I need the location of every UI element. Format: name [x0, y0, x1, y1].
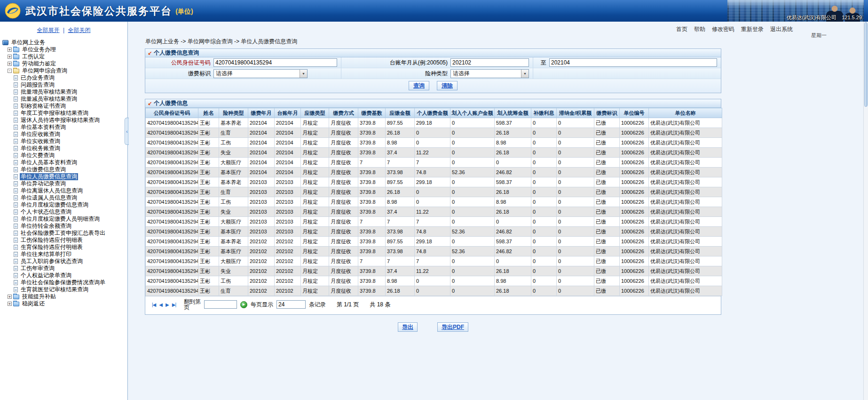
tree-row: 单位缴费信息查询: [0, 166, 127, 173]
table-row[interactable]: 420704198004135294王彬失业202103202103月核定月度征…: [146, 207, 722, 217]
sidebar-item[interactable]: 单位欠费查询: [20, 152, 55, 159]
sidebar-item[interactable]: 稳岗返还: [21, 300, 46, 307]
sidebar-item[interactable]: 社会保险缴费工资申报汇总表导出: [20, 230, 106, 237]
table-row[interactable]: 420704198004135294王彬大额医疗202103202103月核定月…: [146, 217, 722, 227]
page-scrollbar[interactable]: [863, 22, 868, 400]
sidebar-item[interactable]: 个人卡状态信息查询: [20, 208, 72, 216]
sidebar-item[interactable]: 单位月度核定缴费信息查询: [20, 201, 89, 208]
period-to-input[interactable]: [549, 58, 717, 67]
sidebar-item[interactable]: 生育就医登记审核结果查询: [20, 286, 89, 293]
sidebar-item[interactable]: 单位月度核定缴费人员明细查询: [20, 216, 101, 223]
sidebar-item[interactable]: 员工入职前参保状态查询: [20, 258, 84, 265]
sidebar-item[interactable]: 单位异动记录查询: [20, 180, 67, 187]
sidebar-item[interactable]: 问题报告查询: [20, 81, 55, 88]
expand-all-link[interactable]: 全部展开: [37, 27, 60, 33]
per-page-input[interactable]: [276, 300, 306, 309]
table-cell: 王彬: [198, 266, 219, 276]
table-row[interactable]: 420704198004135294王彬生育202104202104月核定月度征…: [146, 128, 722, 138]
query-button[interactable]: 查询: [409, 81, 429, 90]
table-row[interactable]: 420704198004135294王彬基本医疗202104202104月核定月…: [146, 168, 722, 177]
table-cell: 10006226: [620, 286, 649, 296]
collapse-node-icon[interactable]: -: [8, 69, 12, 73]
table-row[interactable]: 420704198004135294王彬基本医疗202103202103月核定月…: [146, 227, 722, 237]
table-row[interactable]: 420704198004135294王彬工伤202103202103月核定月度征…: [146, 197, 722, 207]
table-row[interactable]: 420704198004135294王彬工伤202102202102月核定月度征…: [146, 276, 722, 286]
table-row[interactable]: 420704198004135294王彬失业202102202102月核定月度征…: [146, 266, 722, 276]
sidebar-item[interactable]: 退休人员待遇申报审核结果查询: [20, 117, 101, 124]
export-button[interactable]: 导出: [398, 322, 418, 332]
next-page-button[interactable]: ▶: [166, 302, 169, 307]
table-row[interactable]: 420704198004135294王彬生育202102202102月核定月度征…: [146, 286, 722, 296]
sidebar-item[interactable]: 年度工资申报审核结果查询: [20, 110, 89, 117]
top-nav-link[interactable]: 修改密码: [712, 26, 734, 32]
last-page-button[interactable]: ▶|: [172, 302, 176, 307]
tree-row: 单位实收账查询: [0, 138, 127, 145]
sidebar-item[interactable]: 个人权益记录单查询: [20, 272, 72, 279]
sidebar-collapse-handle[interactable]: ‹: [125, 118, 129, 145]
period-from-input[interactable]: [450, 58, 529, 67]
sidebar: 全部展开 | 全部关闭 单位网上业务+单位业务办理+工伤认定+劳动能力鉴定-单位…: [0, 22, 128, 400]
top-nav-link[interactable]: 帮助: [694, 26, 705, 32]
expand-node-icon[interactable]: +: [8, 295, 12, 299]
sidebar-item[interactable]: 单位缴费信息查询: [20, 166, 67, 173]
expand-node-icon[interactable]: +: [8, 62, 12, 66]
table-cell: 0: [557, 217, 594, 227]
sidebar-item[interactable]: 生育保险待遇应付明细表: [20, 244, 84, 251]
table-row[interactable]: 420704198004135294王彬失业202104202104月核定月度征…: [146, 148, 722, 158]
sidebar-item[interactable]: 工伤保险待遇应付明细表: [20, 237, 84, 244]
sidebar-item[interactable]: 单位基本资料查询: [20, 124, 67, 131]
table-cell: 3739.8: [358, 207, 386, 217]
pay-flag-select[interactable]: 请选择 ▼: [213, 69, 308, 78]
sidebar-item[interactable]: 单位往来结算单打印: [20, 251, 72, 258]
sidebar-item[interactable]: 单位遗属人员信息查询: [20, 194, 78, 201]
sidebar-item[interactable]: 单位网上业务: [10, 39, 46, 46]
sidebar-item[interactable]: 单位离退休人员信息查询: [20, 187, 84, 194]
top-nav-link[interactable]: 重新登录: [741, 26, 764, 32]
top-nav-link[interactable]: 退出系统: [770, 26, 793, 32]
clear-button[interactable]: 清除: [437, 81, 458, 90]
sidebar-item[interactable]: 工伤认定: [21, 53, 46, 60]
sidebar-item[interactable]: 单位人员基本资料查询: [20, 159, 78, 166]
document-icon: [14, 139, 18, 144]
sidebar-item[interactable]: 单位实收账查询: [20, 138, 61, 145]
id-number-input[interactable]: [213, 58, 337, 67]
go-button[interactable]: ▶: [240, 301, 247, 308]
table-row[interactable]: 420704198004135294王彬工伤202104202104月核定月度征…: [146, 138, 722, 148]
sidebar-item[interactable]: 单位社会保险参保缴费情况查询单: [20, 279, 106, 286]
table-row[interactable]: 420704198004135294王彬基本养老202104202104月核定月…: [146, 118, 722, 128]
sidebar-item[interactable]: 已办业务查询: [20, 74, 55, 81]
sidebar-item[interactable]: 职称资格证书查询: [20, 103, 67, 110]
sidebar-item[interactable]: 技能提升补贴: [21, 293, 57, 300]
sidebar-item-selected[interactable]: 单位人员缴费信息查询: [20, 173, 78, 180]
expand-node-icon[interactable]: +: [8, 302, 12, 306]
sidebar-item[interactable]: 工伤年审查询: [20, 265, 55, 272]
expand-node-icon[interactable]: +: [8, 55, 12, 59]
table-cell: 王彬: [198, 118, 219, 128]
export-pdf-button[interactable]: 导出PDF: [437, 322, 468, 332]
sidebar-item[interactable]: 单位待转金余额查询: [20, 223, 72, 230]
sidebar-item[interactable]: 批量增员审核结果查询: [20, 88, 78, 96]
scrollbar-thumb[interactable]: [864, 22, 868, 107]
table-cell: 0: [450, 177, 495, 187]
table-row[interactable]: 420704198004135294王彬基本养老202102202102月核定月…: [146, 237, 722, 247]
sidebar-item[interactable]: 单位税务账查询: [20, 145, 61, 152]
sidebar-item[interactable]: 单位应收账查询: [20, 131, 61, 138]
sidebar-item[interactable]: 劳动能力鉴定: [21, 60, 57, 67]
insurance-type-select[interactable]: 请选择 ▼: [450, 69, 529, 78]
table-cell: 202103: [248, 207, 275, 217]
table-row[interactable]: 420704198004135294王彬基本养老202103202103月核定月…: [146, 177, 722, 187]
sidebar-item[interactable]: 批量减员审核结果查询: [20, 96, 78, 103]
collapse-all-link[interactable]: 全部关闭: [68, 27, 90, 33]
first-page-button[interactable]: |◀: [152, 302, 156, 307]
export-actions: 导出 导出PDF: [145, 322, 721, 332]
expand-node-icon[interactable]: +: [8, 48, 12, 52]
goto-page-input[interactable]: [204, 300, 237, 309]
table-row[interactable]: 420704198004135294王彬大额医疗202102202102月核定月…: [146, 256, 722, 266]
top-nav-link[interactable]: 首页: [676, 26, 687, 32]
sidebar-item[interactable]: 单位业务办理: [21, 46, 57, 53]
prev-page-button[interactable]: ◀: [159, 302, 162, 307]
sidebar-item[interactable]: 单位网申综合查询: [21, 67, 68, 74]
table-row[interactable]: 420704198004135294王彬生育202103202103月核定月度征…: [146, 187, 722, 197]
table-row[interactable]: 420704198004135294王彬大额医疗202104202104月核定月…: [146, 158, 722, 168]
table-row[interactable]: 420704198004135294王彬基本医疗202102202102月核定月…: [146, 247, 722, 256]
